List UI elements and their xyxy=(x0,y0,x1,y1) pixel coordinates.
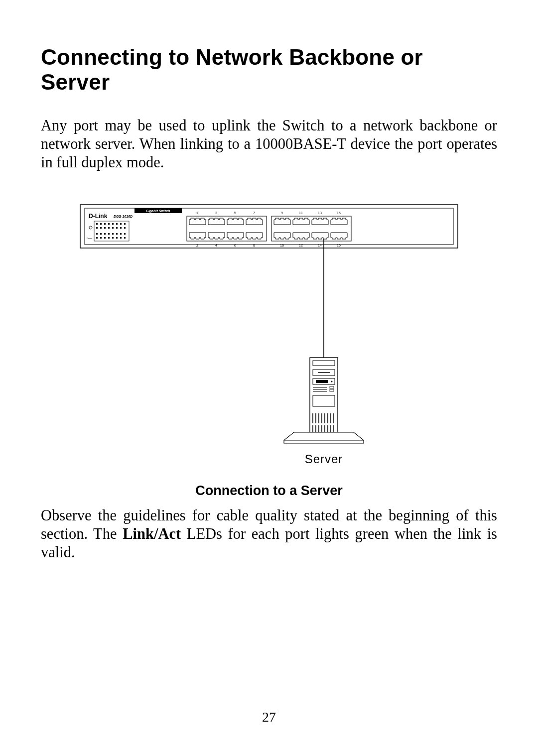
svg-rect-21 xyxy=(96,233,98,235)
svg-rect-35 xyxy=(120,237,122,239)
svg-text:14: 14 xyxy=(318,244,322,247)
svg-rect-8 xyxy=(108,223,110,225)
svg-text:10: 10 xyxy=(280,244,284,247)
svg-text:12: 12 xyxy=(299,244,303,247)
svg-text:13: 13 xyxy=(318,211,322,215)
svg-text:4: 4 xyxy=(215,244,217,247)
svg-text:8: 8 xyxy=(253,244,255,247)
svg-text:15: 15 xyxy=(337,211,341,215)
switch-model-text: DGS-1016D xyxy=(114,215,133,218)
svg-rect-18 xyxy=(116,227,118,229)
svg-rect-1 xyxy=(85,208,453,245)
svg-rect-14 xyxy=(100,227,102,229)
svg-rect-19 xyxy=(120,227,122,229)
svg-rect-33 xyxy=(112,237,114,239)
server-illustration xyxy=(284,358,364,443)
svg-rect-30 xyxy=(100,237,102,239)
svg-text:Power: Power xyxy=(87,237,93,240)
svg-rect-59 xyxy=(313,361,335,366)
para2-bold: Link/Act xyxy=(123,525,181,542)
svg-point-64 xyxy=(331,380,333,382)
svg-rect-13 xyxy=(96,227,98,229)
svg-rect-31 xyxy=(104,237,106,239)
switch-brand-text: D-Link xyxy=(89,213,108,220)
svg-rect-25 xyxy=(112,233,114,235)
svg-rect-11 xyxy=(120,223,122,225)
svg-text:1: 1 xyxy=(196,211,198,215)
svg-rect-70 xyxy=(313,395,335,406)
svg-rect-23 xyxy=(104,233,106,235)
svg-rect-34 xyxy=(116,237,118,239)
svg-rect-16 xyxy=(108,227,110,229)
svg-rect-5 xyxy=(96,223,98,225)
server-label: Server xyxy=(305,452,343,466)
svg-rect-22 xyxy=(100,233,102,235)
svg-text:5: 5 xyxy=(234,211,236,215)
svg-rect-28 xyxy=(124,233,126,235)
page-title: Connecting to Network Backbone or Server xyxy=(41,45,497,95)
svg-rect-27 xyxy=(120,233,122,235)
svg-rect-6 xyxy=(100,223,102,225)
svg-rect-26 xyxy=(116,233,118,235)
svg-rect-32 xyxy=(108,237,110,239)
svg-rect-24 xyxy=(108,233,110,235)
svg-rect-9 xyxy=(112,223,114,225)
svg-rect-7 xyxy=(104,223,106,225)
svg-rect-63 xyxy=(316,380,328,383)
svg-text:3: 3 xyxy=(215,211,217,215)
switch-server-diagram: Gigabit Switch D-Link DGS-1016D Power xyxy=(80,204,458,473)
guidelines-paragraph: Observe the guidelines for cable quality… xyxy=(41,506,497,562)
network-diagram: Gigabit Switch D-Link DGS-1016D Power xyxy=(41,204,497,473)
svg-rect-15 xyxy=(104,227,106,229)
svg-text:7: 7 xyxy=(253,211,255,215)
svg-rect-10 xyxy=(116,223,118,225)
svg-rect-17 xyxy=(112,227,114,229)
svg-text:6: 6 xyxy=(234,244,236,247)
figure-caption: Connection to a Server xyxy=(41,483,497,499)
svg-text:2: 2 xyxy=(196,244,198,247)
switch-banner-text: Gigabit Switch xyxy=(146,209,170,213)
svg-rect-36 xyxy=(124,237,126,239)
svg-text:16: 16 xyxy=(337,244,341,247)
svg-text:9: 9 xyxy=(281,211,283,215)
svg-rect-20 xyxy=(124,227,126,229)
intro-paragraph: Any port may be used to uplink the Switc… xyxy=(41,117,497,172)
svg-rect-12 xyxy=(124,223,126,225)
svg-text:11: 11 xyxy=(299,211,303,215)
svg-rect-29 xyxy=(96,237,98,239)
page-number: 27 xyxy=(0,709,538,725)
